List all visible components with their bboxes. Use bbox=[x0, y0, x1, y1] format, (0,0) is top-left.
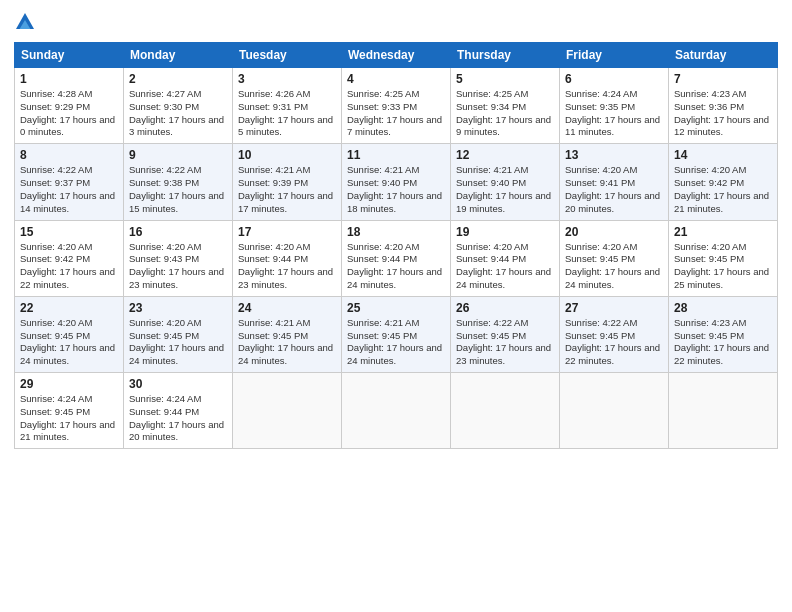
day-info: Sunrise: 4:20 AMSunset: 9:41 PMDaylight:… bbox=[565, 164, 663, 215]
calendar-cell: 29 Sunrise: 4:24 AMSunset: 9:45 PMDaylig… bbox=[15, 373, 124, 449]
calendar-cell bbox=[233, 373, 342, 449]
day-info: Sunrise: 4:21 AMSunset: 9:40 PMDaylight:… bbox=[347, 164, 445, 215]
day-number: 22 bbox=[20, 301, 118, 315]
calendar-cell: 27 Sunrise: 4:22 AMSunset: 9:45 PMDaylig… bbox=[560, 296, 669, 372]
calendar-day-header: Thursday bbox=[451, 43, 560, 68]
day-info: Sunrise: 4:21 AMSunset: 9:39 PMDaylight:… bbox=[238, 164, 336, 215]
day-info: Sunrise: 4:24 AMSunset: 9:44 PMDaylight:… bbox=[129, 393, 227, 444]
calendar-cell: 13 Sunrise: 4:20 AMSunset: 9:41 PMDaylig… bbox=[560, 144, 669, 220]
day-number: 16 bbox=[129, 225, 227, 239]
day-info: Sunrise: 4:21 AMSunset: 9:40 PMDaylight:… bbox=[456, 164, 554, 215]
day-number: 27 bbox=[565, 301, 663, 315]
calendar-cell: 23 Sunrise: 4:20 AMSunset: 9:45 PMDaylig… bbox=[124, 296, 233, 372]
calendar-header-row: SundayMondayTuesdayWednesdayThursdayFrid… bbox=[15, 43, 778, 68]
day-info: Sunrise: 4:20 AMSunset: 9:44 PMDaylight:… bbox=[456, 241, 554, 292]
calendar-day-header: Monday bbox=[124, 43, 233, 68]
calendar-cell: 11 Sunrise: 4:21 AMSunset: 9:40 PMDaylig… bbox=[342, 144, 451, 220]
day-info: Sunrise: 4:22 AMSunset: 9:37 PMDaylight:… bbox=[20, 164, 118, 215]
calendar-cell: 19 Sunrise: 4:20 AMSunset: 9:44 PMDaylig… bbox=[451, 220, 560, 296]
calendar-cell: 22 Sunrise: 4:20 AMSunset: 9:45 PMDaylig… bbox=[15, 296, 124, 372]
day-number: 21 bbox=[674, 225, 772, 239]
calendar-cell: 14 Sunrise: 4:20 AMSunset: 9:42 PMDaylig… bbox=[669, 144, 778, 220]
day-info: Sunrise: 4:28 AMSunset: 9:29 PMDaylight:… bbox=[20, 88, 118, 139]
calendar-cell bbox=[669, 373, 778, 449]
day-info: Sunrise: 4:20 AMSunset: 9:44 PMDaylight:… bbox=[347, 241, 445, 292]
calendar-day-header: Sunday bbox=[15, 43, 124, 68]
day-number: 28 bbox=[674, 301, 772, 315]
day-info: Sunrise: 4:22 AMSunset: 9:45 PMDaylight:… bbox=[456, 317, 554, 368]
day-number: 3 bbox=[238, 72, 336, 86]
calendar-cell: 9 Sunrise: 4:22 AMSunset: 9:38 PMDayligh… bbox=[124, 144, 233, 220]
day-number: 4 bbox=[347, 72, 445, 86]
day-number: 18 bbox=[347, 225, 445, 239]
day-number: 19 bbox=[456, 225, 554, 239]
logo-icon bbox=[16, 12, 34, 30]
calendar-cell: 30 Sunrise: 4:24 AMSunset: 9:44 PMDaylig… bbox=[124, 373, 233, 449]
day-info: Sunrise: 4:20 AMSunset: 9:42 PMDaylight:… bbox=[20, 241, 118, 292]
calendar-cell: 20 Sunrise: 4:20 AMSunset: 9:45 PMDaylig… bbox=[560, 220, 669, 296]
day-info: Sunrise: 4:27 AMSunset: 9:30 PMDaylight:… bbox=[129, 88, 227, 139]
day-info: Sunrise: 4:26 AMSunset: 9:31 PMDaylight:… bbox=[238, 88, 336, 139]
day-info: Sunrise: 4:24 AMSunset: 9:35 PMDaylight:… bbox=[565, 88, 663, 139]
day-number: 14 bbox=[674, 148, 772, 162]
day-info: Sunrise: 4:20 AMSunset: 9:44 PMDaylight:… bbox=[238, 241, 336, 292]
calendar-cell bbox=[451, 373, 560, 449]
day-info: Sunrise: 4:20 AMSunset: 9:42 PMDaylight:… bbox=[674, 164, 772, 215]
day-info: Sunrise: 4:20 AMSunset: 9:43 PMDaylight:… bbox=[129, 241, 227, 292]
day-info: Sunrise: 4:20 AMSunset: 9:45 PMDaylight:… bbox=[129, 317, 227, 368]
calendar-day-header: Tuesday bbox=[233, 43, 342, 68]
day-number: 2 bbox=[129, 72, 227, 86]
day-info: Sunrise: 4:20 AMSunset: 9:45 PMDaylight:… bbox=[674, 241, 772, 292]
day-info: Sunrise: 4:22 AMSunset: 9:38 PMDaylight:… bbox=[129, 164, 227, 215]
day-number: 13 bbox=[565, 148, 663, 162]
day-number: 23 bbox=[129, 301, 227, 315]
day-info: Sunrise: 4:21 AMSunset: 9:45 PMDaylight:… bbox=[347, 317, 445, 368]
calendar-cell: 4 Sunrise: 4:25 AMSunset: 9:33 PMDayligh… bbox=[342, 68, 451, 144]
day-number: 17 bbox=[238, 225, 336, 239]
calendar-cell: 15 Sunrise: 4:20 AMSunset: 9:42 PMDaylig… bbox=[15, 220, 124, 296]
calendar-table: SundayMondayTuesdayWednesdayThursdayFrid… bbox=[14, 42, 778, 449]
calendar-cell: 10 Sunrise: 4:21 AMSunset: 9:39 PMDaylig… bbox=[233, 144, 342, 220]
day-number: 6 bbox=[565, 72, 663, 86]
day-info: Sunrise: 4:24 AMSunset: 9:45 PMDaylight:… bbox=[20, 393, 118, 444]
calendar-day-header: Saturday bbox=[669, 43, 778, 68]
calendar-cell: 28 Sunrise: 4:23 AMSunset: 9:45 PMDaylig… bbox=[669, 296, 778, 372]
header bbox=[14, 12, 778, 32]
calendar-cell: 16 Sunrise: 4:20 AMSunset: 9:43 PMDaylig… bbox=[124, 220, 233, 296]
calendar-cell bbox=[560, 373, 669, 449]
day-number: 8 bbox=[20, 148, 118, 162]
calendar-cell: 24 Sunrise: 4:21 AMSunset: 9:45 PMDaylig… bbox=[233, 296, 342, 372]
day-number: 12 bbox=[456, 148, 554, 162]
calendar-day-header: Wednesday bbox=[342, 43, 451, 68]
day-info: Sunrise: 4:21 AMSunset: 9:45 PMDaylight:… bbox=[238, 317, 336, 368]
day-number: 5 bbox=[456, 72, 554, 86]
day-info: Sunrise: 4:20 AMSunset: 9:45 PMDaylight:… bbox=[565, 241, 663, 292]
day-info: Sunrise: 4:23 AMSunset: 9:36 PMDaylight:… bbox=[674, 88, 772, 139]
day-number: 1 bbox=[20, 72, 118, 86]
calendar-cell: 26 Sunrise: 4:22 AMSunset: 9:45 PMDaylig… bbox=[451, 296, 560, 372]
logo bbox=[14, 12, 34, 32]
day-number: 10 bbox=[238, 148, 336, 162]
day-number: 24 bbox=[238, 301, 336, 315]
day-number: 26 bbox=[456, 301, 554, 315]
day-number: 20 bbox=[565, 225, 663, 239]
calendar-cell: 1 Sunrise: 4:28 AMSunset: 9:29 PMDayligh… bbox=[15, 68, 124, 144]
day-number: 25 bbox=[347, 301, 445, 315]
calendar-cell: 17 Sunrise: 4:20 AMSunset: 9:44 PMDaylig… bbox=[233, 220, 342, 296]
calendar-cell: 8 Sunrise: 4:22 AMSunset: 9:37 PMDayligh… bbox=[15, 144, 124, 220]
day-number: 11 bbox=[347, 148, 445, 162]
calendar-cell: 25 Sunrise: 4:21 AMSunset: 9:45 PMDaylig… bbox=[342, 296, 451, 372]
day-info: Sunrise: 4:23 AMSunset: 9:45 PMDaylight:… bbox=[674, 317, 772, 368]
calendar-cell: 12 Sunrise: 4:21 AMSunset: 9:40 PMDaylig… bbox=[451, 144, 560, 220]
day-info: Sunrise: 4:22 AMSunset: 9:45 PMDaylight:… bbox=[565, 317, 663, 368]
day-number: 9 bbox=[129, 148, 227, 162]
calendar-cell: 21 Sunrise: 4:20 AMSunset: 9:45 PMDaylig… bbox=[669, 220, 778, 296]
day-info: Sunrise: 4:25 AMSunset: 9:33 PMDaylight:… bbox=[347, 88, 445, 139]
calendar-cell: 7 Sunrise: 4:23 AMSunset: 9:36 PMDayligh… bbox=[669, 68, 778, 144]
calendar-cell: 3 Sunrise: 4:26 AMSunset: 9:31 PMDayligh… bbox=[233, 68, 342, 144]
day-info: Sunrise: 4:25 AMSunset: 9:34 PMDaylight:… bbox=[456, 88, 554, 139]
day-number: 30 bbox=[129, 377, 227, 391]
day-number: 7 bbox=[674, 72, 772, 86]
calendar-cell: 5 Sunrise: 4:25 AMSunset: 9:34 PMDayligh… bbox=[451, 68, 560, 144]
calendar-cell bbox=[342, 373, 451, 449]
